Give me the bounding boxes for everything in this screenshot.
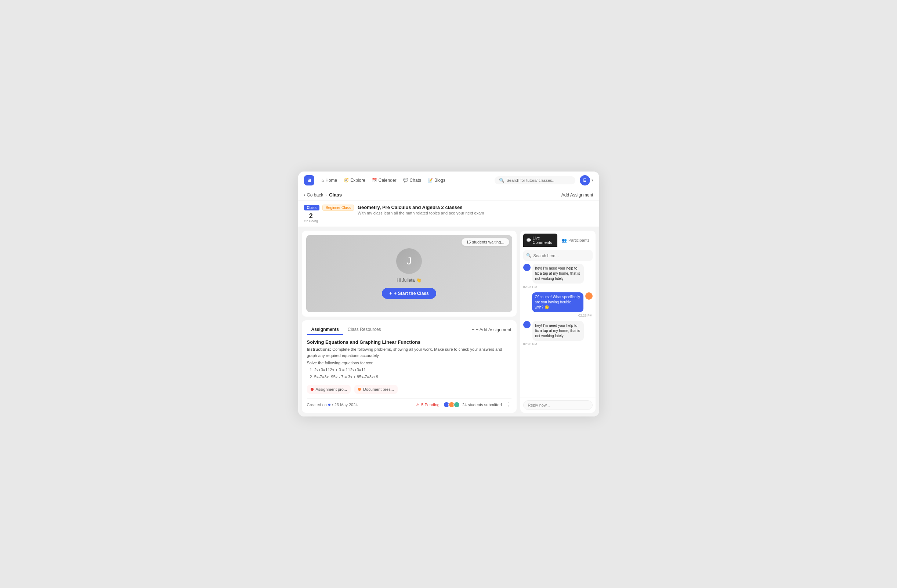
nav-explore[interactable]: 🧭 Explore: [341, 176, 368, 184]
chevron-down-icon[interactable]: ▾: [591, 178, 593, 182]
instructions-label: Instructions:: [307, 347, 332, 351]
participants-icon: 👥: [562, 238, 567, 243]
pending-icon: ⚠: [416, 403, 420, 407]
message-time-2: 02:28 PM: [578, 314, 592, 317]
attachment-2[interactable]: Document pres...: [354, 385, 398, 394]
breadcrumb: ‹ Go back › Class + + Add Assignment: [298, 189, 599, 201]
user-avatar-2: [585, 292, 592, 300]
nav-links: ⌂ Home 🧭 Explore 📅 Calender 💬 Chats 📝 Bl…: [319, 176, 490, 184]
avatar-stack: [443, 401, 460, 408]
class-title: Geometry, Pre Calculus and Algebra 2 cla…: [358, 205, 593, 210]
nav-home-label: Home: [325, 178, 337, 183]
class-date: 2 On Going: [304, 212, 318, 223]
explore-icon: 🧭: [344, 178, 349, 182]
attachment-label-2: Document pres...: [363, 387, 394, 392]
problem-1: 1. 2x+3=112x + 3 = 112x+3=11: [310, 366, 511, 374]
home-icon: ⌂: [321, 178, 324, 182]
tab-resources[interactable]: Class Resources: [343, 325, 386, 335]
video-container: 15 students waiting... J Hi Julieta 👋 + …: [302, 231, 517, 317]
instructions-text: Complete the following problems, showing…: [307, 347, 502, 358]
add-assignment-button[interactable]: + + Add Assignment: [554, 193, 593, 198]
search-input[interactable]: [507, 178, 571, 182]
footer-right: ⚠ 5 Pending 24 students submitted: [416, 401, 511, 409]
main-content: 15 students waiting... J Hi Julieta 👋 + …: [298, 227, 599, 416]
nav-chats[interactable]: 💬 Chats: [400, 176, 424, 184]
message-time-1: 02:28 PM: [523, 285, 537, 289]
attachment-label-1: Assignment pro...: [316, 387, 347, 392]
solve-label: Solve the following equations for xxx:: [307, 361, 511, 365]
created-date: Created on • 23 May 2024: [307, 403, 358, 407]
more-options-icon[interactable]: ⋮: [505, 401, 511, 409]
search-icon: 🔍: [499, 178, 505, 183]
created-label: Created on: [307, 403, 327, 407]
search-icon: 🔍: [526, 253, 531, 258]
pending-badge: ⚠ 5 Pending: [416, 403, 439, 407]
message-bubble-2: Of course! What specifically are you hav…: [532, 292, 583, 312]
presenter-avatar: J: [396, 248, 422, 274]
plus-icon: +: [554, 193, 556, 198]
class-info: Geometry, Pre Calculus and Algebra 2 cla…: [358, 205, 593, 215]
class-header: Class Beginner Class 2 On Going Geometry…: [298, 201, 599, 227]
greeting-text: Hi Julieta 👋: [396, 278, 421, 283]
nav-home[interactable]: ⌂ Home: [319, 176, 340, 184]
avatar[interactable]: E: [580, 175, 590, 185]
assignments-tabs-left: Assignments Class Resources: [307, 325, 386, 335]
chat-reply[interactable]: [520, 397, 595, 413]
reply-input[interactable]: [523, 400, 592, 410]
user-avatar-1: [523, 264, 531, 271]
chat-messages: hey! I'm need your help to fix a tap at …: [520, 264, 595, 397]
message-2: Of course! What specifically are you hav…: [523, 292, 592, 317]
tab-participants[interactable]: 👥 Participants: [559, 236, 592, 245]
blogs-icon: 📝: [428, 178, 433, 182]
attachment-dot-2: [358, 388, 361, 391]
attachments: Assignment pro... Document pres...: [307, 385, 511, 394]
message-time-3: 02:28 PM: [523, 342, 537, 346]
chat-search[interactable]: 🔍: [523, 250, 592, 261]
date-value: • 23 May 2024: [332, 403, 358, 407]
app-window: ⊞ ⌂ Home 🧭 Explore 📅 Calender 💬 Chats 📝 …: [298, 172, 599, 416]
chat-search-input[interactable]: [534, 253, 590, 258]
plus-icon: +: [389, 291, 392, 296]
tab-live-comments[interactable]: 💬 Live Comments: [523, 234, 558, 247]
add-assignment-button-2[interactable]: + + Add Assignment: [472, 327, 511, 332]
submitted-count: 24 students submitted: [462, 403, 502, 407]
breadcrumb-left: ‹ Go back › Class: [304, 192, 342, 198]
tab-assignments[interactable]: Assignments: [307, 325, 343, 335]
class-badge: Class: [304, 205, 320, 210]
attachment-dot-1: [311, 388, 314, 391]
class-badges: Class Beginner Class: [304, 205, 354, 211]
app-logo[interactable]: ⊞: [304, 175, 314, 185]
chat-panel: 💬 Live Comments 👥 Participants 🔍 hey!: [520, 231, 595, 412]
nav-chats-label: Chats: [410, 178, 421, 183]
back-label: Go back: [307, 193, 323, 198]
breadcrumb-page: Class: [329, 192, 342, 198]
avatar-student-3: [453, 401, 460, 408]
search-bar[interactable]: 🔍: [494, 176, 576, 184]
students-badge: 15 students waiting...: [462, 238, 509, 246]
back-button[interactable]: ‹ Go back: [304, 193, 323, 198]
footer-left: Created on • 23 May 2024: [307, 403, 358, 407]
calendar-icon: 📅: [372, 178, 377, 182]
video-player: J Hi Julieta 👋 + + Start the Class: [306, 235, 512, 312]
message-bubble-1: hey! I'm need your help to fix a tap at …: [533, 264, 584, 283]
chat-tabs: 💬 Live Comments 👥 Participants: [520, 231, 595, 247]
assignments-tabs: Assignments Class Resources + + Add Assi…: [307, 325, 511, 335]
problem-2: 2. 5x-7=3x+95x - 7 = 3x + 95x-7=3x+9: [310, 374, 511, 380]
students-submitted: 24 students submitted: [443, 401, 502, 408]
nav-calendar[interactable]: 📅 Calender: [369, 176, 400, 184]
assignment-card: Solving Equations and Graphing Linear Fu…: [307, 339, 511, 408]
message-3: hey! I'm need your help to fix a tap at …: [523, 321, 592, 346]
plus-icon: +: [472, 327, 475, 332]
start-class-button[interactable]: + + Start the Class: [382, 288, 436, 299]
chats-icon: 💬: [403, 178, 408, 182]
assignment-instructions: Instructions: Complete the following pro…: [307, 346, 511, 358]
nav-blogs[interactable]: 📝 Blogs: [425, 176, 448, 184]
date-dot: [328, 404, 331, 406]
back-arrow-icon: ‹: [304, 193, 306, 198]
message-1: hey! I'm need your help to fix a tap at …: [523, 264, 592, 289]
assignments-section: Assignments Class Resources + + Add Assi…: [302, 320, 517, 412]
assignment-title: Solving Equations and Graphing Linear Fu…: [307, 339, 511, 345]
attachment-1[interactable]: Assignment pro...: [307, 385, 351, 394]
pending-count: 5 Pending: [421, 403, 439, 407]
class-description: With my class learn all the math related…: [358, 211, 593, 215]
